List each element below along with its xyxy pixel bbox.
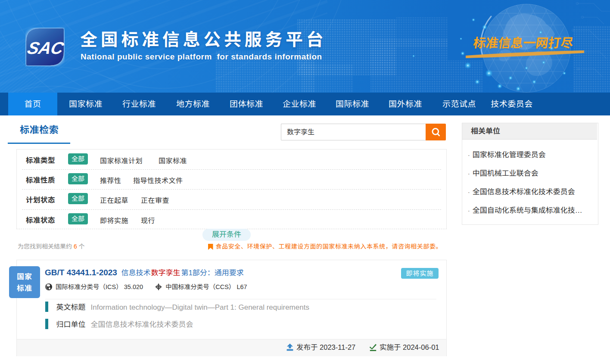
svg-text:SAC: SAC	[25, 39, 65, 57]
